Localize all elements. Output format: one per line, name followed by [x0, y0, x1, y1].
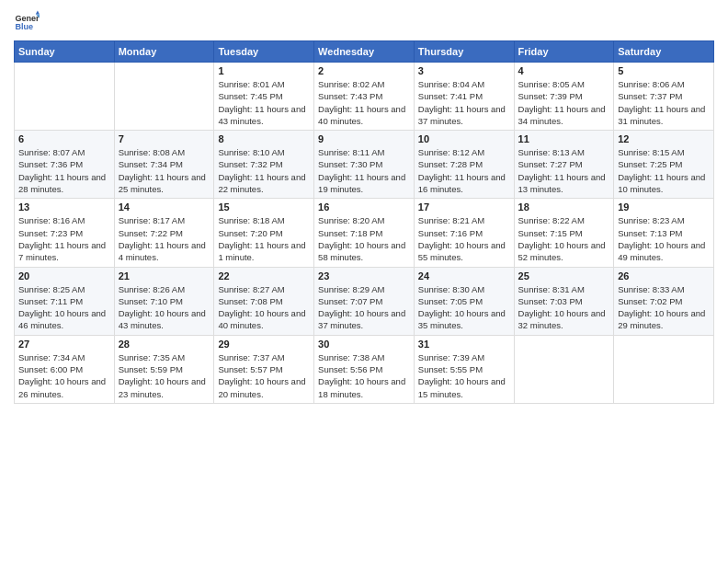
day-number-3: 3 [418, 65, 510, 76]
empty-cell [114, 63, 214, 131]
day-info-14: Sunrise: 8:17 AMSunset: 7:22 PMDaylight:… [119, 214, 210, 263]
day-number-30: 30 [318, 339, 410, 350]
day-info-5: Sunrise: 8:06 AMSunset: 7:37 PMDaylight:… [618, 78, 710, 127]
day-number-21: 21 [119, 270, 210, 282]
day-1: 1Sunrise: 8:01 AMSunset: 7:45 PMDaylight… [214, 63, 314, 131]
day-number-28: 28 [119, 339, 210, 350]
day-13: 13Sunrise: 8:16 AMSunset: 7:23 PMDayligh… [15, 199, 115, 267]
day-info-7: Sunrise: 8:08 AMSunset: 7:34 PMDaylight:… [119, 146, 210, 195]
day-number-17: 17 [418, 201, 510, 213]
day-number-6: 6 [18, 133, 110, 144]
weekday-monday: Monday [114, 41, 214, 63]
day-12: 12Sunrise: 8:15 AMSunset: 7:25 PMDayligh… [614, 131, 714, 199]
day-28: 28Sunrise: 7:35 AMSunset: 5:59 PMDayligh… [114, 335, 214, 403]
empty-cell [614, 335, 714, 403]
day-3: 3Sunrise: 8:04 AMSunset: 7:41 PMDaylight… [414, 63, 514, 131]
day-number-24: 24 [418, 270, 510, 282]
weekday-wednesday: Wednesday [314, 41, 415, 63]
week-row-4: 20Sunrise: 8:25 AMSunset: 7:11 PMDayligh… [15, 267, 714, 335]
day-info-21: Sunrise: 8:26 AMSunset: 7:10 PMDaylight:… [119, 283, 210, 332]
day-info-23: Sunrise: 8:29 AMSunset: 7:07 PMDaylight:… [318, 283, 410, 332]
day-number-9: 9 [318, 133, 410, 144]
day-info-31: Sunrise: 7:39 AMSunset: 5:55 PMDaylight:… [418, 351, 510, 400]
day-number-7: 7 [119, 133, 210, 144]
day-number-1: 1 [218, 65, 310, 76]
day-info-6: Sunrise: 8:07 AMSunset: 7:36 PMDaylight:… [18, 146, 110, 195]
calendar: SundayMondayTuesdayWednesdayThursdayFrid… [14, 40, 714, 404]
logo: General Blue [14, 9, 40, 35]
day-info-20: Sunrise: 8:25 AMSunset: 7:11 PMDaylight:… [18, 283, 110, 332]
svg-text:Blue: Blue [15, 22, 33, 31]
day-info-1: Sunrise: 8:01 AMSunset: 7:45 PMDaylight:… [218, 78, 310, 127]
day-info-24: Sunrise: 8:30 AMSunset: 7:05 PMDaylight:… [418, 283, 510, 332]
weekday-tuesday: Tuesday [214, 41, 314, 63]
day-2: 2Sunrise: 8:02 AMSunset: 7:43 PMDaylight… [314, 63, 415, 131]
day-number-29: 29 [218, 339, 310, 350]
day-info-26: Sunrise: 8:33 AMSunset: 7:02 PMDaylight:… [618, 283, 710, 332]
day-info-3: Sunrise: 8:04 AMSunset: 7:41 PMDaylight:… [418, 78, 510, 127]
day-number-22: 22 [218, 270, 310, 282]
day-15: 15Sunrise: 8:18 AMSunset: 7:20 PMDayligh… [214, 199, 314, 267]
logo-icon: General Blue [14, 9, 40, 35]
day-8: 8Sunrise: 8:10 AMSunset: 7:32 PMDaylight… [214, 131, 314, 199]
day-info-10: Sunrise: 8:12 AMSunset: 7:28 PMDaylight:… [418, 146, 510, 195]
day-number-5: 5 [618, 65, 710, 76]
day-21: 21Sunrise: 8:26 AMSunset: 7:10 PMDayligh… [114, 267, 214, 335]
svg-marker-2 [36, 10, 40, 14]
day-19: 19Sunrise: 8:23 AMSunset: 7:13 PMDayligh… [614, 199, 714, 267]
empty-cell [15, 63, 115, 131]
day-number-15: 15 [218, 201, 310, 213]
day-4: 4Sunrise: 8:05 AMSunset: 7:39 PMDaylight… [514, 63, 614, 131]
day-number-27: 27 [18, 339, 110, 350]
day-number-14: 14 [119, 201, 210, 213]
weekday-sunday: Sunday [15, 41, 115, 63]
day-info-18: Sunrise: 8:22 AMSunset: 7:15 PMDaylight:… [518, 214, 610, 263]
day-6: 6Sunrise: 8:07 AMSunset: 7:36 PMDaylight… [15, 131, 115, 199]
day-info-16: Sunrise: 8:20 AMSunset: 7:18 PMDaylight:… [318, 214, 410, 263]
day-27: 27Sunrise: 7:34 AMSunset: 6:00 PMDayligh… [15, 335, 115, 403]
week-row-3: 13Sunrise: 8:16 AMSunset: 7:23 PMDayligh… [15, 199, 714, 267]
week-row-1: 1Sunrise: 8:01 AMSunset: 7:45 PMDaylight… [15, 63, 714, 131]
day-info-30: Sunrise: 7:38 AMSunset: 5:56 PMDaylight:… [318, 351, 410, 400]
day-number-11: 11 [518, 133, 610, 144]
day-10: 10Sunrise: 8:12 AMSunset: 7:28 PMDayligh… [414, 131, 514, 199]
day-23: 23Sunrise: 8:29 AMSunset: 7:07 PMDayligh… [314, 267, 415, 335]
day-number-18: 18 [518, 201, 610, 213]
day-info-11: Sunrise: 8:13 AMSunset: 7:27 PMDaylight:… [518, 146, 610, 195]
day-info-25: Sunrise: 8:31 AMSunset: 7:03 PMDaylight:… [518, 283, 610, 332]
day-20: 20Sunrise: 8:25 AMSunset: 7:11 PMDayligh… [15, 267, 115, 335]
day-info-27: Sunrise: 7:34 AMSunset: 6:00 PMDaylight:… [18, 351, 110, 400]
page: General Blue SundayMondayTuesdayWednesda… [0, 0, 728, 563]
weekday-saturday: Saturday [614, 41, 714, 63]
day-11: 11Sunrise: 8:13 AMSunset: 7:27 PMDayligh… [514, 131, 614, 199]
day-info-29: Sunrise: 7:37 AMSunset: 5:57 PMDaylight:… [218, 351, 310, 400]
day-26: 26Sunrise: 8:33 AMSunset: 7:02 PMDayligh… [614, 267, 714, 335]
day-info-22: Sunrise: 8:27 AMSunset: 7:08 PMDaylight:… [218, 283, 310, 332]
day-info-15: Sunrise: 8:18 AMSunset: 7:20 PMDaylight:… [218, 214, 310, 263]
day-number-13: 13 [18, 201, 110, 213]
weekday-header-row: SundayMondayTuesdayWednesdayThursdayFrid… [15, 41, 714, 63]
day-24: 24Sunrise: 8:30 AMSunset: 7:05 PMDayligh… [414, 267, 514, 335]
day-info-13: Sunrise: 8:16 AMSunset: 7:23 PMDaylight:… [18, 214, 110, 263]
day-number-16: 16 [318, 201, 410, 213]
day-number-20: 20 [18, 270, 110, 282]
day-number-19: 19 [618, 201, 710, 213]
day-number-8: 8 [218, 133, 310, 144]
day-info-19: Sunrise: 8:23 AMSunset: 7:13 PMDaylight:… [618, 214, 710, 263]
day-info-17: Sunrise: 8:21 AMSunset: 7:16 PMDaylight:… [418, 214, 510, 263]
day-info-2: Sunrise: 8:02 AMSunset: 7:43 PMDaylight:… [318, 78, 410, 127]
day-info-4: Sunrise: 8:05 AMSunset: 7:39 PMDaylight:… [518, 78, 610, 127]
day-number-2: 2 [318, 65, 410, 76]
day-number-4: 4 [518, 65, 610, 76]
day-number-25: 25 [518, 270, 610, 282]
weekday-thursday: Thursday [414, 41, 514, 63]
week-row-2: 6Sunrise: 8:07 AMSunset: 7:36 PMDaylight… [15, 131, 714, 199]
day-31: 31Sunrise: 7:39 AMSunset: 5:55 PMDayligh… [414, 335, 514, 403]
day-info-8: Sunrise: 8:10 AMSunset: 7:32 PMDaylight:… [218, 146, 310, 195]
day-30: 30Sunrise: 7:38 AMSunset: 5:56 PMDayligh… [314, 335, 415, 403]
day-25: 25Sunrise: 8:31 AMSunset: 7:03 PMDayligh… [514, 267, 614, 335]
day-number-31: 31 [418, 339, 510, 350]
day-16: 16Sunrise: 8:20 AMSunset: 7:18 PMDayligh… [314, 199, 415, 267]
day-info-28: Sunrise: 7:35 AMSunset: 5:59 PMDaylight:… [119, 351, 210, 400]
day-22: 22Sunrise: 8:27 AMSunset: 7:08 PMDayligh… [214, 267, 314, 335]
